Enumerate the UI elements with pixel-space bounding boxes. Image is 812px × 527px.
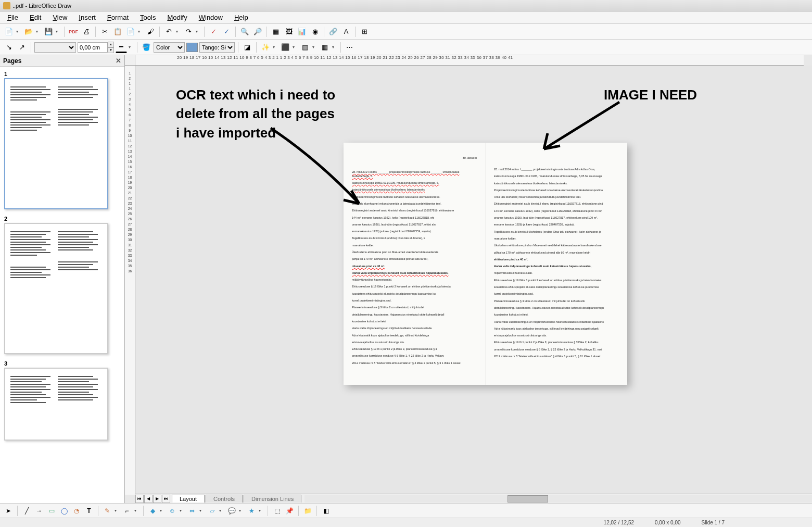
menu-tools[interactable]: Tools (135, 12, 161, 22)
horizontal-ruler[interactable]: 20 19 18 17 16 15 14 13 12 11 10 9 8 7 6… (135, 55, 804, 66)
menu-view[interactable]: View (47, 12, 72, 22)
zoom-button[interactable]: 🔎 (252, 26, 263, 37)
shadow-button[interactable]: ◪ (242, 42, 253, 53)
tab-last-button[interactable]: ⏭ (162, 495, 170, 503)
copy-button[interactable]: 📋 (112, 26, 123, 37)
cut-button[interactable]: ✂ (99, 26, 110, 37)
effects-button[interactable]: ✨ (260, 42, 271, 53)
text-button[interactable]: T (84, 506, 94, 516)
menu-modify[interactable]: Modify (162, 12, 192, 22)
arrow-right (536, 97, 625, 157)
pages-list[interactable]: 1 2 3 (0, 67, 124, 503)
page-thumb-3[interactable]: 3 (4, 360, 120, 441)
line-width-input[interactable] (78, 42, 108, 53)
basic-shapes-button[interactable]: ◆ (147, 506, 158, 516)
line-button[interactable]: ╱ (21, 506, 32, 516)
undo-button[interactable]: ↶ (163, 26, 174, 37)
tab-bar: ⏮ ◀ ▶ ⏭ Layout Controls Dimension Lines (135, 494, 812, 503)
callout-button[interactable]: 💬 (226, 506, 237, 516)
line-color-button[interactable]: ━ (116, 42, 127, 53)
menubar: File Edit View Insert Format Tools Modif… (0, 11, 812, 24)
options-button[interactable]: ⋯ (344, 42, 356, 53)
annotation-image-need: IMAGE I NEED (604, 85, 697, 104)
connector-button[interactable]: ⌐ (122, 506, 132, 516)
block-arrows-button[interactable]: ⇔ (187, 506, 197, 516)
grid-button[interactable]: ⊞ (359, 26, 370, 37)
page-number: 2 (4, 216, 120, 222)
menu-edit[interactable]: Edit (24, 12, 46, 22)
save-button[interactable]: 💾 (43, 26, 54, 37)
spin-up-icon[interactable]: ▲ (108, 42, 114, 47)
tab-controls[interactable]: Controls (206, 495, 243, 503)
arrow-line-button[interactable]: → (34, 506, 44, 516)
table-button[interactable]: ▦ (270, 26, 282, 37)
window-title: ..pdf - LibreOffice Draw (12, 3, 71, 9)
spellcheck-button[interactable]: ✓ (208, 26, 219, 37)
tab-first-button[interactable]: ⏮ (135, 495, 144, 503)
arrange-button[interactable]: ▥ (299, 42, 311, 53)
canvas-viewport[interactable]: OCR text which i need to delete from all… (135, 66, 812, 503)
status-position: 12,02 / 12,52 (604, 520, 634, 525)
drawing-toolbar: ➤ ╱ → ▭ ◯ ◔ T ✎▾ ⌐▾ ◆▾ ☺▾ ⇔▾ ▱▾ 💬▾ ★▾ ⬚ … (0, 503, 812, 518)
paste-button[interactable]: 📄 (125, 26, 136, 37)
page-thumb-2[interactable]: 2 (4, 216, 120, 354)
document-page[interactable]: 30. detsem 28. mail 2014 esitas _______ … (344, 143, 627, 385)
menu-format[interactable]: Format (102, 12, 134, 22)
hyperlink-button[interactable]: 🔗 (327, 26, 339, 37)
stars-button[interactable]: ★ (246, 506, 257, 516)
ellipse-button[interactable]: ◯ (59, 506, 69, 516)
palette-select[interactable]: Tango: Sk (199, 42, 235, 53)
fill-type-select[interactable]: Color (154, 42, 185, 53)
redo-button[interactable]: ↷ (183, 26, 194, 37)
tab-layout[interactable]: Layout (172, 495, 205, 503)
from-file-button[interactable]: 📁 (302, 506, 313, 516)
menu-help[interactable]: Help (229, 12, 253, 22)
pages-panel: Pages ✕ 1 2 3 (0, 55, 125, 503)
line-style-select[interactable] (34, 42, 76, 53)
area-fill-button[interactable]: 🪣 (141, 42, 152, 53)
symbol-shapes-button[interactable]: ☺ (167, 506, 177, 516)
points-button[interactable]: ⬚ (272, 506, 282, 516)
chart-button[interactable]: 📊 (296, 26, 308, 37)
tab-next-button[interactable]: ▶ (153, 495, 161, 503)
vertical-ruler[interactable]: 1211234567891011121314151617181920212223… (125, 66, 135, 495)
tab-dimension-lines[interactable]: Dimension Lines (244, 495, 301, 503)
fontwork-button[interactable]: A (340, 26, 352, 37)
open-doc-button[interactable]: 📂 (23, 26, 34, 37)
line-arrow-end-button[interactable]: ↗ (16, 42, 28, 53)
autospell-button[interactable]: ✓ (221, 26, 232, 37)
object-button[interactable]: ◉ (309, 26, 321, 37)
rectangle-button[interactable]: ▭ (46, 506, 57, 516)
sector-button[interactable]: ◔ (71, 506, 82, 516)
menu-window[interactable]: Window (194, 12, 228, 22)
image-button[interactable]: 🖼 (283, 26, 295, 37)
flowchart-button[interactable]: ▱ (207, 506, 217, 516)
line-width-spinner[interactable]: ▲▼ (78, 42, 114, 53)
clone-formatting-button[interactable]: 🖌 (145, 26, 156, 37)
spin-down-icon[interactable]: ▼ (108, 47, 114, 53)
page-thumb-1[interactable]: 1 (4, 71, 120, 209)
menu-file[interactable]: File (2, 12, 23, 22)
pointer-button[interactable]: ➤ (3, 506, 14, 516)
line-fill-toolbar: ↘ ↗ ▲▼ ━▾ 🪣 Color Tango: Sk ◪ ✨▾ ⬛▾ ▥▾ ▦… (0, 40, 812, 55)
export-pdf-button[interactable]: PDF (68, 26, 79, 37)
tab-prev-button[interactable]: ◀ (144, 495, 153, 503)
horizontal-scrollbar[interactable] (304, 495, 812, 503)
extrusion-button[interactable]: ◧ (321, 506, 331, 516)
line-arrow-start-button[interactable]: ↘ (3, 42, 15, 53)
print-button[interactable]: 🖨 (81, 26, 92, 37)
distribute-button[interactable]: ▦ (319, 42, 331, 53)
find-replace-button[interactable]: 🔍 (239, 26, 250, 37)
pages-header: Pages ✕ (0, 55, 124, 67)
fill-color-swatch[interactable] (186, 43, 198, 52)
scrollbar-thumb[interactable] (508, 495, 548, 503)
menu-insert[interactable]: Insert (73, 12, 101, 22)
new-doc-button[interactable]: 📄 (3, 26, 15, 37)
glue-button[interactable]: 📌 (284, 506, 295, 516)
annotation-ocr-text: OCR text which i need to delete from all… (176, 85, 335, 142)
titlebar: ..pdf - LibreOffice Draw (0, 0, 812, 11)
align-button[interactable]: ⬛ (280, 42, 291, 53)
statusbar: 12,02 / 12,52 0,00 x 0,00 Slide 1 / 7 (0, 518, 812, 527)
close-icon[interactable]: ✕ (116, 57, 121, 65)
curve-button[interactable]: ✎ (102, 506, 112, 516)
